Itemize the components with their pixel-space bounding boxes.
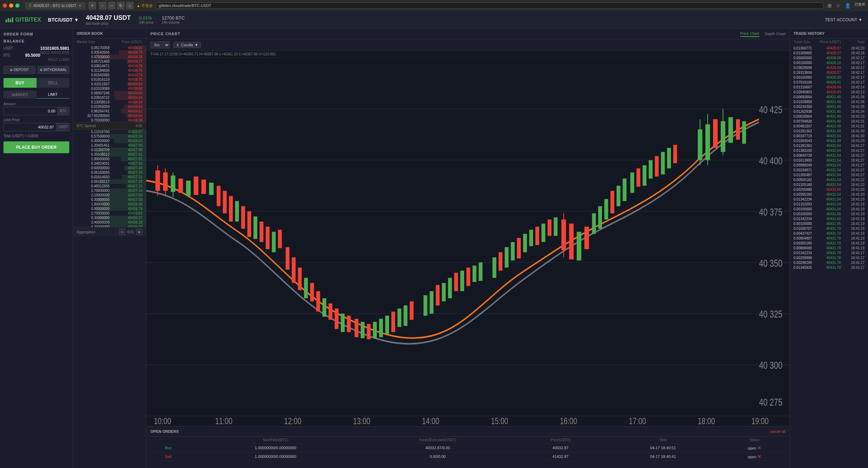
trade-history-row: 0.01316667 40428.49 18:42:14: [790, 85, 868, 89]
trade-time: 18:41:27: [841, 163, 865, 167]
svg-rect-59: [361, 322, 365, 338]
buy-tab[interactable]: BUY: [3, 78, 37, 88]
bid-row[interactable]: 0.57500000 40428.04: [73, 134, 146, 139]
svg-rect-79: [499, 252, 502, 271]
place-buy-order-button[interactable]: PLACE BUY ORDER: [3, 141, 69, 153]
bid-row[interactable]: 1.33481461 40427.99: [73, 143, 146, 148]
bid-row[interactable]: 0.06183117 40427.28: [73, 179, 146, 184]
bid-row[interactable]: 0.49312858 40427.15: [73, 184, 146, 188]
bid-row[interactable]: 0.06183093 40427.34: [73, 170, 146, 175]
bid-row[interactable]: 0.60000000 40427.40: [73, 166, 146, 170]
ask-price: 40434.82: [110, 46, 143, 50]
bid-row[interactable]: 3.40000000 40426.20: [73, 220, 146, 225]
ask-row[interactable]: 0.61816119 40434.70: [73, 77, 146, 82]
ask-size: 0.01955059: [77, 105, 110, 109]
ask-row[interactable]: 0.98264741 40434.61: [73, 109, 146, 114]
trade-time: 18:41:22: [841, 183, 865, 187]
bid-row[interactable]: 0.34824031 40427.53: [73, 161, 146, 166]
bid-row[interactable]: 0.01368709 40427.98: [73, 148, 146, 152]
ask-price: 40434.69: [110, 82, 143, 86]
bid-row[interactable]: 0.01814650 40427.31: [73, 175, 146, 179]
address-bar[interactable]: gitbitex.cloud/trade/BTC-USDT: [156, 2, 823, 9]
ask-size: 0.57500000: [77, 55, 110, 59]
ask-row[interactable]: 0.06907246 40434.66: [73, 91, 146, 95]
sell-tab[interactable]: SELL: [37, 78, 70, 88]
deposit-button[interactable]: ⊕ DEPOSIT: [3, 66, 36, 74]
trade-time: 18:42:14: [841, 85, 865, 89]
trade-size: 0.00255988: [793, 188, 817, 192]
ask-row[interactable]: 317.60280840 40434.60: [73, 114, 146, 118]
bid-row[interactable]: 2.10000000 40427.09: [73, 193, 146, 197]
svg-rect-69: [430, 291, 433, 314]
bid-row[interactable]: 5.11015760 40428.07: [73, 130, 146, 134]
bid-row[interactable]: 4.20000000 40426.07: [73, 225, 146, 227]
market-tab[interactable]: MARKET: [3, 91, 37, 99]
chart-type-select[interactable]: 🕯 Candle ▼: [173, 42, 201, 48]
buy-sell-tabs: BUY SELL: [3, 78, 69, 88]
trade-size: 0.05000000: [793, 56, 817, 60]
tab-close-icon[interactable]: ✕: [78, 3, 81, 8]
cancel-order-button[interactable]: ✕: [757, 445, 761, 451]
ask-row[interactable]: 0.03614471 40434.76: [73, 64, 146, 68]
svg-text:40 325: 40 325: [759, 309, 782, 320]
limit-tab[interactable]: LIMIT: [37, 91, 70, 99]
depth-chart-tab[interactable]: Depth Chart: [765, 31, 785, 37]
bid-row[interactable]: 2.70000000 40427.14: [73, 188, 146, 193]
bid-row[interactable]: 2.70000000 40426.61: [73, 211, 146, 216]
bid-row[interactable]: 0.30000000 40428.03: [73, 139, 146, 143]
ask-row[interactable]: 0.75000000 40434.38: [73, 118, 146, 122]
svg-rect-76: [472, 266, 476, 282]
ask-row[interactable]: 0.05170358 40434.82: [73, 46, 146, 50]
ask-row[interactable]: 0.57500000 40434.78: [73, 55, 146, 59]
ask-row[interactable]: 0.05721468 40434.77: [73, 59, 146, 64]
account-icon-arrow: ▼: [858, 17, 862, 22]
forward-button[interactable]: →: [108, 2, 116, 9]
bids-list: 5.11015760 40428.07 0.57500000 40428.04 …: [73, 130, 146, 227]
home-button[interactable]: ⌂: [126, 2, 134, 9]
aggregation-decrease-button[interactable]: −: [119, 229, 125, 235]
browser-tab[interactable]: ₿ 40428.07 - BTC to USDT ✕: [25, 2, 86, 9]
account-info[interactable]: TEST ACCOUNT ▼: [825, 17, 862, 22]
bid-row[interactable]: 0.35608512 40427.82: [73, 152, 146, 157]
ask-row[interactable]: 0.81542685 40434.74: [73, 73, 146, 77]
aggregation-increase-button[interactable]: +: [136, 229, 142, 235]
bookmark-button[interactable]: ☆: [835, 2, 842, 9]
bid-row[interactable]: 1.80000000 40427.65: [73, 157, 146, 161]
oo-col-side: [146, 437, 190, 444]
trade-time: 18:41:17: [841, 251, 865, 255]
cancel-order-button[interactable]: ✕: [757, 454, 761, 459]
bid-row[interactable]: 0.90000000 40426.79: [73, 206, 146, 211]
refresh-button[interactable]: ↻: [117, 2, 125, 9]
pair-selector[interactable]: BTC/USDT ▼: [48, 17, 79, 23]
amount-label: Amount: [3, 102, 69, 106]
ask-row[interactable]: 0.93543956 40434.79: [73, 50, 146, 55]
extensions-button[interactable]: ⊞: [826, 2, 833, 9]
ask-row[interactable]: 0.61533089 40434.68: [73, 86, 146, 91]
last-price-label: last trade price: [86, 22, 131, 25]
ask-row[interactable]: 0.01955059 40434.63: [73, 104, 146, 109]
trade-time: 18:41:19: [841, 207, 865, 211]
ask-row[interactable]: 0.03918722 40434.65: [73, 95, 146, 100]
oo-col-funds: Funds/Executed(USDT): [361, 437, 515, 444]
trade-size: 0.00100000: [793, 207, 817, 211]
bid-price: 40426.57: [110, 216, 143, 220]
svg-rect-50: [304, 278, 308, 298]
limit-price-input[interactable]: [4, 123, 56, 131]
price-chart-tab[interactable]: Price Chart: [740, 31, 759, 37]
back-button[interactable]: ←: [99, 2, 107, 9]
amount-input[interactable]: [4, 107, 57, 115]
account-icon[interactable]: 👤: [843, 2, 852, 9]
bid-row[interactable]: 0.30000000 40427.00: [73, 197, 146, 202]
bid-row[interactable]: 1.80000000 40426.96: [73, 202, 146, 206]
ask-row[interactable]: 0.31184836 40434.75: [73, 68, 146, 73]
new-tab-button[interactable]: +: [88, 2, 96, 9]
ask-row[interactable]: 0.13058519 40434.64: [73, 100, 146, 104]
bid-row[interactable]: 0.30000000 40426.57: [73, 216, 146, 220]
timeframe-select[interactable]: 5m 1m 15m 1h 4h 1d: [150, 41, 170, 48]
svg-rect-104: [655, 156, 659, 177]
svg-rect-64: [391, 312, 395, 332]
ask-row[interactable]: 0.43311667 40434.69: [73, 82, 146, 86]
withdrawal-button[interactable]: ⊕ WITHDRAWAL: [38, 66, 70, 74]
cancel-all-button[interactable]: cancel all: [769, 429, 785, 434]
trade-history-row: 0.01500707 40431.70 18:41:19: [790, 226, 868, 231]
